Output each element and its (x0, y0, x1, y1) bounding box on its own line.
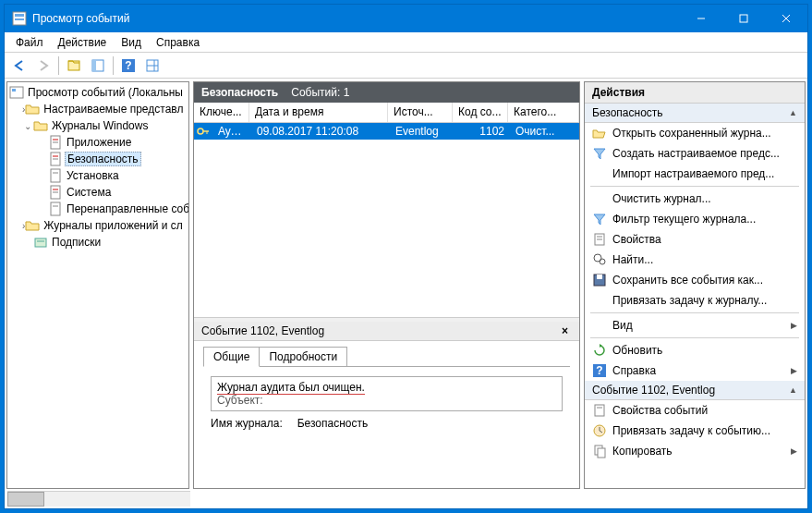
actions-section-event[interactable]: Событие 1102, Eventlog ▲ (585, 381, 805, 400)
submenu-icon: ▶ (791, 446, 797, 456)
svg-rect-9 (92, 60, 96, 71)
action-attach-task-event[interactable]: Привязать задачу к событию... (585, 421, 805, 441)
nav-back-button[interactable] (8, 55, 30, 77)
folder-open-icon (592, 126, 607, 140)
cell-datetime: 09.08.2017 11:20:08 (251, 125, 390, 138)
cell-keywords: Ауди... (212, 125, 251, 138)
log-name-label: Безопасность (201, 86, 278, 99)
save-icon (592, 273, 607, 287)
collapse-icon[interactable]: ▲ (789, 108, 797, 117)
action-open-saved-log[interactable]: Открыть сохраненный журна... (585, 123, 805, 143)
maximize-button[interactable] (722, 5, 765, 32)
action-view[interactable]: Вид▶ (585, 315, 805, 336)
toggle-panel-button[interactable] (87, 55, 109, 77)
action-attach-task-log[interactable]: Привязать задачу к журналу... (585, 290, 805, 311)
scroll-thumb[interactable] (7, 492, 44, 507)
action-import-custom-view[interactable]: Импорт настраиваемого пред... (585, 164, 805, 184)
cell-category: Очист... (510, 125, 579, 138)
action-properties[interactable]: Свойства (585, 229, 805, 250)
window-title: Просмотр событий (32, 12, 680, 25)
horizontal-scrollbar[interactable] (7, 491, 190, 507)
menu-action[interactable]: Действие (51, 34, 115, 51)
event-grid: Ключе... Дата и время Источ... Код со...… (194, 103, 579, 317)
action-find[interactable]: Найти... (585, 250, 805, 270)
action-refresh[interactable]: Обновить (585, 340, 805, 360)
svg-text:?: ? (125, 59, 131, 72)
action-clear-log[interactable]: Очистить журнал... (585, 189, 805, 209)
tree-app-logs[interactable]: ›Журналы приложений и сл (9, 217, 187, 234)
minimize-button[interactable] (680, 5, 722, 32)
grid-body[interactable]: Ауди... 09.08.2017 11:20:08 Eventlog 110… (194, 123, 579, 317)
separator (590, 337, 799, 338)
actions-section-security[interactable]: Безопасность ▲ (585, 104, 805, 123)
search-icon (592, 252, 607, 267)
tree-system[interactable]: Система (9, 184, 187, 201)
task-icon (592, 423, 607, 438)
collapse-icon[interactable]: ▲ (789, 385, 797, 395)
filter-icon (592, 146, 607, 161)
show-tree-button[interactable] (63, 55, 85, 77)
action-help[interactable]: ?Справка▶ (585, 360, 805, 381)
action-event-properties[interactable]: Свойства событий (585, 400, 805, 421)
log-icon (48, 202, 63, 216)
log-icon (48, 135, 63, 150)
folder-icon (25, 218, 40, 233)
tree-forwarded[interactable]: Перенаправленные соб (9, 201, 187, 217)
menu-file[interactable]: Файл (8, 34, 51, 51)
detail-tabs: Общие Подробности (194, 341, 579, 367)
app-icon (12, 11, 27, 26)
tab-details[interactable]: Подробности (259, 347, 347, 367)
help-button[interactable]: ? (117, 55, 139, 77)
action-filter-log[interactable]: Фильтр текущего журнала... (585, 209, 805, 229)
actions-title: Действия (585, 82, 805, 104)
logname-label: Имя журнала: (211, 417, 283, 430)
event-message-box: Журнал аудита был очищен. Субъект: (211, 376, 563, 411)
col-datetime[interactable]: Дата и время (249, 103, 388, 122)
tree-subscriptions[interactable]: Подписки (9, 234, 187, 250)
col-keywords[interactable]: Ключе... (194, 103, 249, 122)
tab-general[interactable]: Общие (203, 347, 260, 367)
eventviewer-icon (9, 85, 24, 100)
table-row[interactable]: Ауди... 09.08.2017 11:20:08 Eventlog 110… (194, 123, 579, 140)
col-source[interactable]: Источ... (388, 103, 453, 122)
svg-point-39 (600, 259, 605, 264)
svg-rect-4 (740, 15, 747, 22)
tree-root[interactable]: Просмотр событий (Локальны (9, 84, 187, 101)
event-message: Журнал аудита был очищен. (217, 381, 365, 395)
layout-button[interactable] (141, 55, 164, 77)
close-button[interactable] (765, 5, 807, 32)
titlebar[interactable]: Просмотр событий (5, 5, 807, 32)
svg-rect-44 (595, 405, 604, 416)
detail-close-button[interactable]: × (558, 324, 572, 337)
log-icon (48, 152, 63, 166)
event-count-label: Событий: 1 (291, 86, 349, 99)
subject-label: Субъект: (217, 394, 556, 407)
action-create-custom-view[interactable]: Создать настраиваемое предс... (585, 143, 805, 164)
log-icon (48, 185, 63, 200)
menu-help[interactable]: Справка (149, 34, 207, 51)
nav-forward-button[interactable] (32, 55, 55, 77)
menu-view[interactable]: Вид (114, 34, 149, 51)
col-category[interactable]: Катего... (508, 103, 579, 122)
help-icon: ? (592, 363, 607, 378)
toolbar: ? (5, 53, 807, 79)
svg-rect-16 (12, 89, 16, 92)
properties-icon (592, 232, 607, 247)
filter-icon (592, 212, 607, 226)
tree-security[interactable]: Безопасность (9, 151, 187, 167)
collapse-icon[interactable]: ⌄ (22, 121, 33, 131)
action-copy[interactable]: Копировать▶ (585, 441, 805, 461)
separator (590, 312, 799, 313)
grid-header: Ключе... Дата и время Источ... Код со...… (194, 103, 579, 123)
tree-install[interactable]: Установка (9, 167, 187, 184)
center-pane: Безопасность Событий: 1 Ключе... Дата и … (193, 81, 580, 489)
action-save-all[interactable]: Сохранить все события как... (585, 270, 805, 290)
tree-custom-views[interactable]: ›Настраиваемые представл (9, 101, 187, 117)
tree-application[interactable]: Приложение (9, 134, 187, 151)
tree-windows-logs[interactable]: ⌄Журналы Windows (9, 117, 187, 134)
toolbar-separator (113, 56, 114, 75)
svg-rect-50 (598, 448, 605, 458)
detail-header: Событие 1102, Eventlog × (194, 322, 579, 341)
col-eventid[interactable]: Код со... (453, 103, 508, 122)
main-window: Просмотр событий Файл Действие Вид Справ… (4, 4, 808, 509)
